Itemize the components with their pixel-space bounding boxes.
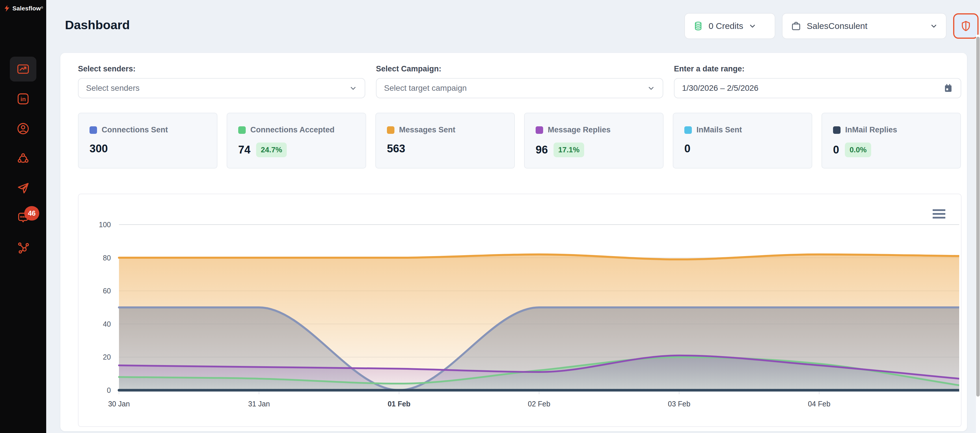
- stats-row: Connections Sent 300 Connections Accepte…: [78, 113, 961, 169]
- series-color-swatch: [89, 126, 97, 134]
- senders-select[interactable]: Select senders: [78, 78, 365, 98]
- svg-text:60: 60: [103, 287, 111, 295]
- stat-value: 563: [387, 142, 405, 155]
- calendar-icon[interactable]: [943, 83, 953, 93]
- svg-text:03 Feb: 03 Feb: [668, 400, 690, 408]
- community-icon: [16, 152, 30, 165]
- stat-label: Connections Accepted: [250, 125, 335, 134]
- series-color-swatch: [536, 126, 543, 134]
- svg-text:02 Feb: 02 Feb: [528, 400, 550, 408]
- svg-text:40: 40: [103, 320, 111, 328]
- date-range-box: [674, 78, 961, 98]
- stat-label: Messages Sent: [399, 125, 455, 134]
- stat-value: 0: [833, 144, 839, 156]
- senders-filter: Select senders: Select senders: [78, 64, 365, 98]
- page-scrollbar-thumb[interactable]: [976, 37, 980, 396]
- send-plane-icon: [16, 182, 30, 195]
- senders-filter-label: Select senders:: [78, 64, 365, 73]
- date-range-label: Enter a date range:: [674, 64, 961, 73]
- stat-value: 0: [684, 142, 690, 155]
- stat-value: 96: [536, 144, 548, 156]
- series-color-swatch: [833, 126, 840, 134]
- credits-label: 0 Credits: [709, 21, 743, 31]
- stat-header: Messages Sent: [387, 125, 503, 134]
- stat-values: 74 24.7%: [238, 142, 355, 157]
- analytics-chart-card: 02040608010030 Jan31 Jan01 Feb02 Feb03 F…: [78, 194, 961, 427]
- logo-flash-icon: [3, 5, 11, 12]
- credits-dropdown-button[interactable]: 0 Credits: [684, 13, 775, 39]
- app-logo: Salesflow®: [0, 5, 46, 12]
- stat-card: InMails Sent 0: [673, 113, 812, 169]
- series-color-swatch: [238, 126, 246, 134]
- stat-percent-badge: 17.1%: [554, 142, 584, 157]
- svg-text:31 Jan: 31 Jan: [248, 400, 270, 408]
- series-color-swatch: [387, 126, 395, 134]
- stat-values: 0 0.0%: [833, 142, 950, 157]
- stat-values: 563: [387, 142, 503, 155]
- dashboard-chart-icon: [16, 62, 30, 76]
- stat-header: Connections Accepted: [238, 125, 355, 134]
- stat-percent-badge: 0.0%: [845, 142, 871, 157]
- stat-value: 74: [238, 144, 250, 156]
- chevron-down-icon: [349, 84, 357, 92]
- svg-text:80: 80: [103, 254, 111, 262]
- stat-card: Messages Sent 563: [375, 113, 515, 169]
- stat-values: 300: [89, 142, 206, 155]
- stat-values: 0: [684, 142, 801, 155]
- stat-label: InMail Replies: [845, 125, 897, 134]
- svg-text:20: 20: [103, 353, 111, 361]
- logo-trademark: ®: [41, 6, 43, 9]
- sidebar-item-dashboard[interactable]: [10, 57, 37, 81]
- date-range-input[interactable]: [682, 83, 943, 93]
- sidebar-item-inbox[interactable]: 46: [10, 206, 37, 230]
- stat-value: 300: [89, 142, 108, 155]
- sidebar-item-network[interactable]: [10, 146, 37, 171]
- stat-label: InMails Sent: [697, 125, 742, 134]
- stat-header: InMails Sent: [684, 125, 801, 134]
- stat-card: Message Replies 96 17.1%: [524, 113, 663, 169]
- svg-text:in: in: [21, 96, 26, 102]
- campaign-filter-label: Select Campaign:: [376, 64, 663, 73]
- sidebar-item-campaigns[interactable]: [10, 176, 37, 201]
- workspace-dropdown-button[interactable]: SalesConsulent: [782, 13, 947, 39]
- page-title: Dashboard: [65, 18, 130, 32]
- stat-card: Connections Sent 300: [78, 113, 218, 169]
- svg-text:30 Jan: 30 Jan: [108, 400, 130, 408]
- stat-label: Message Replies: [548, 125, 611, 134]
- svg-text:01 Feb: 01 Feb: [388, 400, 410, 408]
- stat-card: Connections Accepted 74 24.7%: [227, 113, 366, 169]
- sidebar-nav: in: [10, 57, 37, 260]
- briefcase-icon: [791, 21, 802, 32]
- campaign-select[interactable]: Select target campaign: [376, 78, 663, 98]
- page-scrollbar-track: [976, 35, 980, 433]
- chevron-down-icon: [748, 22, 757, 30]
- sidebar-item-contacts[interactable]: [10, 116, 37, 141]
- sidebar: Salesflow® in: [0, 0, 46, 433]
- shield-icon: [960, 20, 972, 32]
- dashboard-content-card: Select senders: Select senders Select Ca…: [60, 53, 967, 431]
- svg-text:04 Feb: 04 Feb: [808, 400, 830, 408]
- stat-card: InMail Replies 0 0.0%: [821, 113, 961, 169]
- campaign-filter: Select Campaign: Select target campaign: [376, 64, 663, 98]
- topbar-actions: 0 Credits SalesConsulent: [684, 13, 978, 39]
- campaign-select-placeholder: Select target campaign: [384, 83, 647, 93]
- stat-header: InMail Replies: [833, 125, 950, 134]
- credits-coins-icon: [693, 21, 703, 31]
- user-circle-icon: [16, 122, 30, 135]
- svg-text:0: 0: [107, 386, 111, 394]
- stat-header: Message Replies: [536, 125, 652, 134]
- logo-text: Salesflow: [13, 5, 41, 11]
- safety-shield-button[interactable]: [953, 13, 978, 39]
- chevron-down-icon: [647, 84, 655, 92]
- sidebar-item-integrations[interactable]: [10, 235, 37, 260]
- senders-select-placeholder: Select senders: [86, 83, 349, 93]
- stat-percent-badge: 24.7%: [256, 142, 287, 157]
- chevron-down-icon: [930, 22, 938, 30]
- sidebar-item-linkedin[interactable]: in: [10, 86, 37, 111]
- stat-values: 96 17.1%: [536, 142, 652, 157]
- linkedin-icon: in: [16, 92, 30, 105]
- stat-label: Connections Sent: [102, 125, 168, 134]
- share-nodes-icon: [16, 241, 30, 254]
- inbox-unread-badge: 46: [24, 206, 39, 220]
- stat-header: Connections Sent: [89, 125, 206, 134]
